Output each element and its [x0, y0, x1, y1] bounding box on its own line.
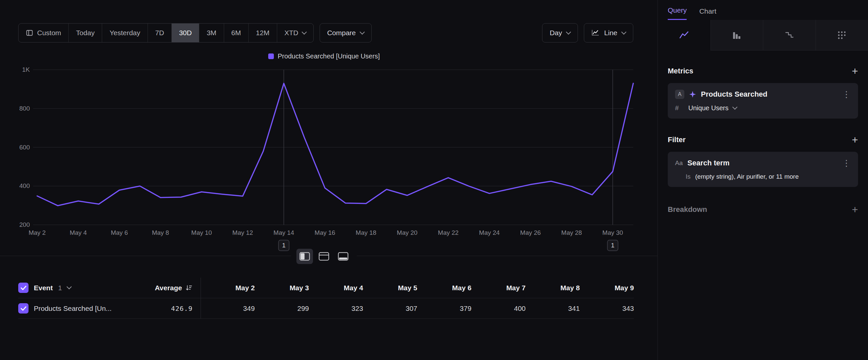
event-header-cell[interactable]: Event 1 — [18, 278, 134, 298]
date-preset-xtd[interactable]: XTD — [277, 24, 313, 42]
chart-type-button[interactable]: Line — [584, 23, 633, 43]
svg-text:May 24: May 24 — [479, 229, 500, 236]
funnel-bars-icon — [732, 31, 741, 39]
column-header-may-3[interactable]: May 3 — [255, 278, 309, 298]
chevron-down-icon — [733, 105, 738, 110]
value-cell: 379 — [417, 298, 471, 319]
query-builder: Metrics + A Products Searched ⋮ # Unique… — [658, 51, 868, 215]
chart-type-label: Line — [604, 29, 617, 37]
sort-icon[interactable] — [185, 284, 193, 292]
date-preset-label: Yesterday — [110, 29, 140, 37]
date-preset-3m[interactable]: 3M — [199, 24, 223, 42]
average-header-label: Average — [155, 284, 182, 292]
metric-card[interactable]: A Products Searched ⋮ # Unique Users — [668, 83, 858, 118]
date-preset-12m[interactable]: 12M — [248, 24, 277, 42]
line-chart[interactable]: 2004006008001KMay 2May 4May 6May 8May 10… — [14, 65, 634, 258]
average-header-cell[interactable]: Average — [134, 278, 200, 298]
filter-section-header: Filter + — [668, 135, 858, 145]
value-cell: 299 — [255, 298, 309, 319]
legend-label: Products Searched [Unique Users] — [278, 53, 380, 60]
layout-toggle-group — [291, 248, 357, 265]
svg-text:May 14: May 14 — [274, 229, 294, 236]
column-header-may-5[interactable]: May 5 — [363, 278, 417, 298]
date-preset-label: 3M — [207, 29, 216, 37]
query-sidebar: Query Chart — [657, 0, 868, 360]
column-header-may-9[interactable]: May 9 — [580, 278, 634, 298]
add-breakdown-button[interactable]: + — [852, 204, 858, 215]
check-icon — [21, 286, 27, 290]
metrics-section-header: Metrics + — [668, 66, 858, 76]
chart-legend[interactable]: Products Searched [Unique Users] — [14, 53, 634, 60]
layout-split-horizontal-button[interactable] — [316, 249, 332, 264]
date-preset-7d[interactable]: 7D — [148, 24, 172, 42]
svg-text:May 8: May 8 — [152, 229, 169, 236]
data-table: Event 1 Average May 2May 3May 4May 5May … — [18, 278, 634, 319]
average-value-cell: 426.9 — [134, 298, 200, 319]
filter-values: (empty string), Air purifier, or 11 more — [695, 173, 799, 180]
tab-chart[interactable]: Chart — [699, 7, 716, 20]
compare-button[interactable]: Compare — [320, 23, 372, 43]
svg-text:200: 200 — [19, 221, 30, 228]
tab-query[interactable]: Query — [668, 6, 687, 20]
aggregation-label: Unique Users — [688, 104, 728, 112]
date-preset-yesterday[interactable]: Yesterday — [102, 24, 148, 42]
svg-text:May 18: May 18 — [356, 229, 376, 236]
filter-card[interactable]: Aa Search term ⋮ Is (empty string), Air … — [668, 152, 858, 187]
report-canvas: CustomTodayYesterday7D30D3M6M12MXTD Comp… — [0, 0, 657, 360]
chevron-down-icon — [621, 29, 627, 34]
check-icon — [21, 306, 27, 311]
date-preset-30d[interactable]: 30D — [172, 24, 199, 42]
report-toolbar: CustomTodayYesterday7D30D3M6M12MXTD Comp… — [18, 23, 633, 43]
column-header-may-4[interactable]: May 4 — [309, 278, 363, 298]
date-preset-today[interactable]: Today — [68, 24, 102, 42]
event-count: 1 — [58, 284, 62, 292]
svg-text:May 10: May 10 — [191, 229, 212, 236]
layout-bottom-panel-button[interactable] — [335, 249, 351, 264]
svg-text:1: 1 — [282, 242, 286, 249]
layout-split-vertical-button[interactable] — [297, 249, 313, 264]
filter-property-name: Search term — [687, 159, 837, 167]
date-range-picker: CustomTodayYesterday7D30D3M6M12MXTD — [18, 23, 314, 43]
chevron-down-icon — [566, 29, 571, 34]
event-header-label: Event — [34, 284, 53, 292]
granularity-button[interactable]: Day — [542, 23, 578, 43]
toolbar-left: CustomTodayYesterday7D30D3M6M12MXTD Comp… — [18, 23, 372, 43]
retention-steps-icon — [785, 31, 794, 39]
date-preset-custom[interactable]: Custom — [19, 24, 68, 42]
chevron-down-icon — [301, 29, 307, 34]
select-all-checkbox[interactable] — [18, 283, 29, 293]
date-preset-6m[interactable]: 6M — [224, 24, 248, 42]
report-type-retention-tab[interactable] — [763, 20, 816, 51]
metric-card-header: A Products Searched ⋮ — [675, 90, 851, 99]
filter-condition[interactable]: Is (empty string), Air purifier, or 11 m… — [675, 173, 851, 180]
filter-title: Filter — [668, 136, 686, 144]
add-metric-button[interactable]: + — [852, 66, 858, 76]
svg-text:May 30: May 30 — [602, 229, 623, 236]
date-preset-label: 12M — [256, 29, 270, 37]
column-header-may-7[interactable]: May 7 — [471, 278, 526, 298]
metric-options-kebab-icon[interactable]: ⋮ — [842, 90, 851, 99]
svg-text:May 22: May 22 — [438, 229, 459, 236]
svg-text:May 26: May 26 — [520, 229, 541, 236]
sidebar-tab-bar: Query Chart — [658, 0, 868, 20]
row-checkbox[interactable] — [18, 303, 29, 313]
column-header-may-8[interactable]: May 8 — [526, 278, 580, 298]
add-filter-button[interactable]: + — [852, 135, 858, 145]
column-header-may-6[interactable]: May 6 — [417, 278, 471, 298]
svg-text:1K: 1K — [22, 66, 30, 73]
table-header-row: Event 1 Average May 2May 3May 4May 5May … — [18, 278, 634, 298]
insights-line-chart-icon — [679, 31, 689, 40]
split-horizontal-icon — [319, 252, 329, 261]
svg-text:May 12: May 12 — [232, 229, 253, 236]
column-header-may-2[interactable]: May 2 — [200, 278, 255, 298]
filter-operator: Is — [686, 173, 691, 180]
svg-text:400: 400 — [19, 182, 30, 189]
report-type-insights-tab[interactable] — [658, 20, 711, 51]
split-vertical-icon — [300, 252, 310, 261]
filter-options-kebab-icon[interactable]: ⋮ — [842, 159, 851, 167]
metric-aggregation-selector[interactable]: # Unique Users — [675, 104, 851, 112]
table-row: Products Searched [Un... 426.9 349299323… — [18, 298, 634, 319]
report-type-flows-tab[interactable] — [816, 20, 868, 51]
report-type-funnels-tab[interactable] — [711, 20, 763, 51]
breakdown-section-header: Breakdown + — [668, 204, 858, 215]
